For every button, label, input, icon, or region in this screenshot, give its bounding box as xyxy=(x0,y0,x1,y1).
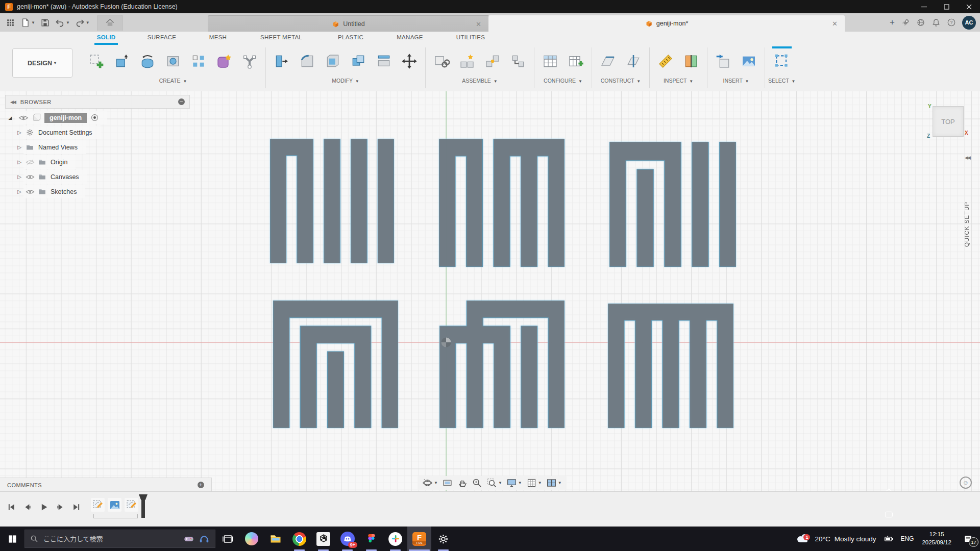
group-label[interactable]: INSERT ▼ xyxy=(723,78,749,84)
eye-on-icon[interactable] xyxy=(26,172,35,182)
expand-arrow-icon[interactable]: ▷ xyxy=(15,174,23,180)
tool-new-component[interactable] xyxy=(429,46,454,76)
view-cube[interactable]: TOP xyxy=(933,106,964,137)
tool-section-analysis[interactable] xyxy=(678,46,704,76)
nav-orbit-button[interactable]: ▼ xyxy=(420,477,440,489)
maximize-button[interactable] xyxy=(935,0,958,13)
collapse-tree-icon[interactable]: – xyxy=(178,98,185,105)
tray-chevron-up-button[interactable] xyxy=(881,478,896,502)
eye-on-icon[interactable] xyxy=(26,187,35,196)
origin-marker[interactable] xyxy=(440,336,452,348)
tool-measure[interactable] xyxy=(653,46,678,76)
notifications-bell-icon[interactable] xyxy=(932,18,941,27)
help-icon[interactable]: ? xyxy=(947,18,956,27)
ribbon-tab-utilities[interactable]: UTILITIES xyxy=(456,34,485,40)
taskbar-app-settings[interactable] xyxy=(431,527,455,551)
document-tab-geniji-mon[interactable]: geniji-mon* ✕ xyxy=(488,15,845,32)
ribbon-tab-mesh[interactable]: MESH xyxy=(209,34,227,40)
tray-battery-button[interactable] xyxy=(881,527,896,551)
nav-grid-settings-button[interactable]: ▼ xyxy=(524,477,544,489)
taskbar-app-copilot[interactable] xyxy=(239,527,263,551)
ribbon-tab-solid[interactable]: SOLID xyxy=(97,34,116,40)
tool-offset-plane[interactable] xyxy=(595,46,621,76)
eye-off-icon[interactable] xyxy=(26,158,35,167)
sketch-5-profile[interactable] xyxy=(439,300,565,428)
tray-tablet-button[interactable] xyxy=(881,502,896,527)
tool-construct-axis[interactable] xyxy=(621,46,646,76)
radio-selected-icon[interactable] xyxy=(90,113,99,122)
tool-create-form[interactable] xyxy=(211,46,237,76)
tool-configure[interactable] xyxy=(537,46,563,76)
search-input[interactable] xyxy=(42,535,179,543)
sketch-4-profile[interactable] xyxy=(273,300,398,428)
timeline-feature-canvas-2[interactable] xyxy=(108,498,121,512)
start-button[interactable] xyxy=(0,527,24,551)
job-status-icon[interactable] xyxy=(916,18,925,27)
group-label[interactable]: CONSTRUCT ▼ xyxy=(601,78,641,84)
tool-extrude[interactable] xyxy=(109,46,135,76)
notification-center-button[interactable]: 17 xyxy=(955,527,980,551)
group-label[interactable]: ASSEMBLE ▼ xyxy=(462,78,497,84)
tool-joint[interactable] xyxy=(454,46,480,76)
taskbar-app-slack[interactable] xyxy=(383,527,407,551)
extensions-rocket-icon[interactable] xyxy=(901,18,910,27)
tool-select[interactable] xyxy=(769,46,795,76)
tool-press-pull[interactable] xyxy=(269,46,295,76)
group-label[interactable]: SELECT ▼ xyxy=(768,78,796,84)
home-button[interactable] xyxy=(97,15,122,31)
tool-as-built-joint[interactable] xyxy=(480,46,505,76)
browser-root-row[interactable]: ◢ geniji-mon xyxy=(5,110,190,125)
taskbar-app-explorer[interactable] xyxy=(263,527,287,551)
tool-configuration-table[interactable] xyxy=(563,46,589,76)
collapse-right-rail-icon[interactable]: ◀◀ xyxy=(965,155,970,160)
ribbon-tab-manage[interactable]: MANAGE xyxy=(397,34,423,40)
tool-pipe[interactable] xyxy=(237,46,262,76)
add-comment-icon[interactable]: + xyxy=(198,482,204,488)
language-indicator[interactable]: ENG xyxy=(896,535,918,542)
browser-item-origin[interactable]: ▷ Origin xyxy=(5,155,190,169)
taskbar-search-box[interactable] xyxy=(24,530,215,548)
taskbar-clock[interactable]: 12:15 2025/09/12 xyxy=(918,531,955,546)
tab-close-icon[interactable]: ✕ xyxy=(476,20,481,28)
tool-insert-canvas[interactable] xyxy=(736,46,762,76)
browser-item-sketches[interactable]: ▷ Sketches xyxy=(5,184,190,199)
save-button[interactable] xyxy=(38,15,53,30)
tool-shell[interactable] xyxy=(320,46,346,76)
nav-viewports-button[interactable]: ▼ xyxy=(544,477,564,489)
timeline-go-start-button[interactable] xyxy=(4,500,18,514)
close-button[interactable] xyxy=(958,0,980,13)
expand-arrow-icon[interactable]: ▷ xyxy=(15,189,23,194)
taskbar-app-figma[interactable] xyxy=(359,527,383,551)
redo-button[interactable]: ▼ xyxy=(72,15,92,30)
sketch-3-profile[interactable] xyxy=(609,142,736,267)
tool-offset-face[interactable] xyxy=(371,46,397,76)
group-label[interactable]: MODIFY ▼ xyxy=(332,78,359,84)
undo-button[interactable]: ▼ xyxy=(53,15,72,30)
group-label[interactable]: CONFIGURE ▼ xyxy=(544,78,582,84)
tool-insert-derive[interactable] xyxy=(710,46,736,76)
design-viewport[interactable]: ◀◀ BROWSER – ◢ geniji-mon ▷ Document Set… xyxy=(0,91,980,491)
nav-zoom-window-button[interactable]: ▼ xyxy=(484,477,504,489)
taskbar-app-fusion[interactable]: FFUS xyxy=(407,527,431,551)
workspace-switcher[interactable]: DESIGN ▼ xyxy=(12,48,72,78)
user-avatar[interactable]: AC xyxy=(962,16,976,30)
weather-widget[interactable]: 1 20°C Mostly cloudy xyxy=(790,532,881,545)
timeline-feature-sketch-3[interactable] xyxy=(125,498,138,512)
group-label[interactable]: CREATE ▼ xyxy=(159,78,187,84)
taskbar-app-discord[interactable]: 9+ xyxy=(335,527,359,551)
sketch-6-profile[interactable] xyxy=(608,304,733,428)
quick-setup-tab[interactable]: QUICK SETUP xyxy=(964,202,970,247)
collapse-panel-icon[interactable]: ◀◀ xyxy=(10,99,15,105)
comments-bar[interactable]: COMMENTS + xyxy=(0,478,212,492)
tool-rigid-group[interactable] xyxy=(505,46,531,76)
root-component-name[interactable]: geniji-mon xyxy=(44,113,87,123)
tool-pattern[interactable] xyxy=(186,46,211,76)
nav-pan-button[interactable] xyxy=(455,477,470,489)
nav-zoom-button[interactable] xyxy=(470,477,484,489)
timeline-playhead-stem[interactable] xyxy=(141,499,145,518)
feedback-icon[interactable]: ☺ xyxy=(960,477,972,489)
tool-fillet[interactable] xyxy=(295,46,320,76)
browser-header[interactable]: ◀◀ BROWSER – xyxy=(5,95,190,109)
document-tab-untitled[interactable]: Untitled ✕ xyxy=(208,15,489,32)
tool-hole[interactable] xyxy=(160,46,186,76)
